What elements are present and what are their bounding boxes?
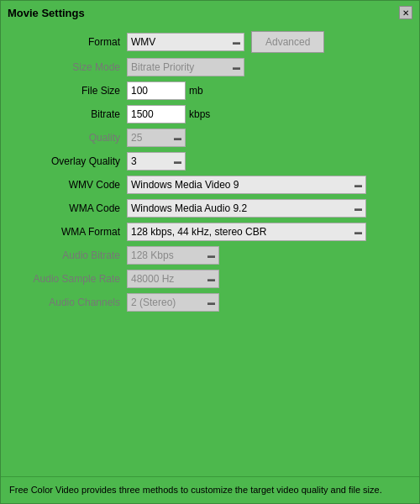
wma-format-value: 128 kbps, 44 kHz, stereo CBR	[131, 226, 266, 238]
audio-sample-rate-value: 48000 Hz	[131, 273, 174, 285]
size-mode-arrow-icon: ▬	[233, 63, 240, 71]
file-size-unit: mb	[189, 85, 203, 97]
quality-select[interactable]: 25 ▬	[127, 129, 186, 147]
wma-format-arrow-icon: ▬	[354, 228, 362, 236]
wma-format-label: WMA Format	[18, 226, 127, 238]
file-size-row: File Size mb	[18, 81, 402, 100]
bitrate-row: Bitrate kbps	[18, 105, 402, 123]
wmv-code-arrow-icon: ▬	[354, 181, 362, 189]
audio-bitrate-label: Audio Bitrate	[18, 249, 127, 261]
wma-code-value: Windows Media Audio 9.2	[131, 202, 247, 214]
format-label: Format	[18, 36, 127, 48]
advanced-spacer: Advanced	[251, 31, 324, 53]
size-mode-value: Bitrate Priority	[131, 61, 194, 73]
audio-bitrate-select[interactable]: 128 Kbps ▬	[127, 246, 219, 265]
audio-bitrate-row: Audio Bitrate 128 Kbps ▬	[18, 246, 402, 265]
audio-channels-value: 2 (Stereo)	[131, 297, 176, 308]
bitrate-input-container[interactable]	[127, 105, 186, 123]
overlay-quality-select[interactable]: 3 ▬	[127, 152, 186, 171]
movie-settings-window: Movie Settings ✕ Format WMV ▬ Advanced	[0, 0, 420, 504]
quality-label: Quality	[18, 132, 127, 144]
main-area: Format WMV ▬ Advanced Size Mode Bitrate …	[1, 23, 419, 476]
title-bar: Movie Settings ✕	[1, 1, 419, 23]
bitrate-unit: kbps	[189, 108, 210, 120]
overlay-quality-row: Overlay Quality 3 ▬	[18, 152, 402, 171]
overlay-quality-value: 3	[131, 155, 137, 167]
size-mode-select[interactable]: Bitrate Priority ▬	[127, 58, 244, 76]
wmv-code-value: Windows Media Video 9	[131, 179, 239, 191]
audio-sample-rate-select[interactable]: 48000 Hz ▬	[127, 270, 219, 288]
audio-bitrate-arrow-icon: ▬	[207, 251, 215, 260]
quality-value: 25	[131, 132, 142, 144]
wmv-code-label: WMV Code	[18, 179, 127, 191]
overlay-quality-label: Overlay Quality	[18, 155, 127, 167]
format-select[interactable]: WMV ▬	[127, 33, 244, 51]
audio-sample-rate-arrow-icon: ▬	[207, 275, 215, 283]
quality-arrow-icon: ▬	[174, 134, 181, 142]
size-mode-label: Size Mode	[18, 61, 127, 73]
wmv-code-select[interactable]: Windows Media Video 9 ▬	[127, 176, 366, 194]
file-size-label: File Size	[18, 85, 127, 97]
form-area: Format WMV ▬ Advanced Size Mode Bitrate …	[18, 31, 402, 468]
format-row: Format WMV ▬ Advanced	[18, 31, 402, 53]
advanced-button[interactable]: Advanced	[251, 31, 324, 53]
wma-code-arrow-icon: ▬	[354, 204, 362, 213]
file-size-input[interactable]	[131, 85, 181, 97]
wma-code-select[interactable]: Windows Media Audio 9.2 ▬	[127, 199, 366, 218]
wma-format-row: WMA Format 128 kbps, 44 kHz, stereo CBR …	[18, 223, 402, 241]
overlay-quality-arrow-icon: ▬	[174, 157, 181, 165]
wma-code-label: WMA Code	[18, 202, 127, 214]
audio-sample-rate-row: Audio Sample Rate 48000 Hz ▬	[18, 270, 402, 288]
bitrate-input[interactable]	[131, 108, 181, 120]
bitrate-label: Bitrate	[18, 108, 127, 120]
window-title: Movie Settings	[8, 7, 85, 19]
audio-channels-label: Audio Channels	[18, 297, 127, 308]
wma-code-row: WMA Code Windows Media Audio 9.2 ▬	[18, 199, 402, 218]
audio-channels-select[interactable]: 2 (Stereo) ▬	[127, 293, 219, 312]
audio-bitrate-value: 128 Kbps	[131, 249, 174, 261]
audio-channels-row: Audio Channels 2 (Stereo) ▬	[18, 293, 402, 312]
file-size-input-container[interactable]	[127, 81, 186, 100]
audio-sample-rate-label: Audio Sample Rate	[18, 273, 127, 285]
format-value: WMV	[131, 36, 155, 48]
wma-format-select[interactable]: 128 kbps, 44 kHz, stereo CBR ▬	[127, 223, 366, 241]
footer-text: Free Color Video provides three methods …	[1, 476, 419, 503]
wmv-code-row: WMV Code Windows Media Video 9 ▬	[18, 176, 402, 194]
window-wrapper: Movie Settings ✕ Format WMV ▬ Advanced	[0, 0, 420, 504]
quality-row: Quality 25 ▬	[18, 129, 402, 147]
audio-channels-arrow-icon: ▬	[207, 298, 215, 307]
size-mode-row: Size Mode Bitrate Priority ▬	[18, 58, 402, 76]
close-button[interactable]: ✕	[399, 6, 412, 19]
format-arrow-icon: ▬	[233, 38, 240, 46]
